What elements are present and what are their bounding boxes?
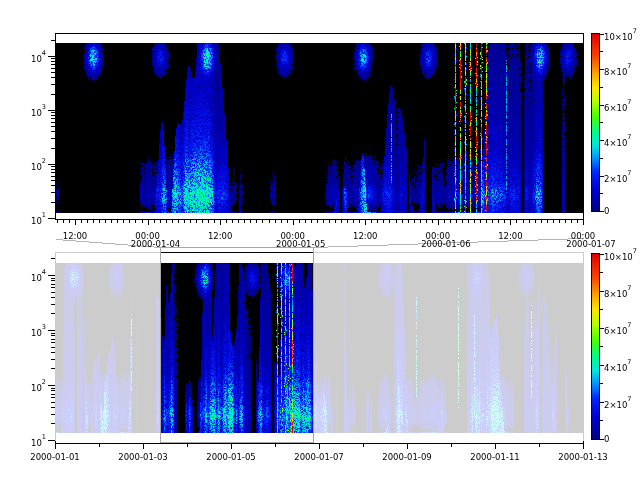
y-minor-tick [51,169,55,170]
y-minor-tick [51,94,55,95]
x-minor-tick [184,220,185,223]
colorbar-minor-tick [600,309,603,310]
x-minor-tick [341,220,342,223]
x-minor-tick [553,220,554,223]
x-major-tick [583,220,584,225]
y-tick-label: 103 [14,105,46,118]
x-minor-tick [541,220,542,223]
x-minor-tick [535,220,536,223]
x-major-tick [510,220,511,225]
x-minor-tick [462,220,463,223]
y-minor-tick [51,402,55,403]
y-minor-tick [51,202,55,203]
x-tick-label: 2000-01-13 [558,452,607,462]
y-minor-tick [51,64,55,65]
x-minor-tick [504,220,505,223]
y-minor-tick [51,122,55,123]
colorbar-minor-tick [600,420,603,421]
y-minor-tick [51,368,55,369]
x-tick-label: 2000-01-11 [470,452,519,462]
y-tick-label: 102 [14,380,46,393]
y-minor-tick [51,407,55,408]
selection-rect[interactable] [161,248,314,443]
y-tick-label: 104 [14,270,46,283]
y-minor-tick [51,284,55,285]
y-minor-tick [51,347,55,348]
y-minor-tick [51,192,55,193]
x-tick-label: 2000-01-07 [294,452,343,462]
colorbar-minor-tick [600,87,603,88]
x-minor-tick [105,220,106,223]
x-minor-tick [117,220,118,223]
x-minor-tick [363,444,364,447]
y-minor-tick [51,297,55,298]
y-minor-tick [51,304,55,305]
y-minor-tick [51,342,55,343]
y-major-tick [48,218,55,219]
y-minor-tick [51,148,55,149]
y-minor-tick [51,185,55,186]
x-minor-tick [396,220,397,223]
colorbar-minor-tick [600,193,603,194]
y-minor-tick [51,68,55,69]
x-minor-tick [450,220,451,223]
y-minor-tick [51,77,55,78]
colorbar-tick-label: 0 [604,434,609,444]
x-minor-tick [262,220,263,223]
y-minor-tick [51,333,55,334]
x-minor-tick [196,220,197,223]
colorbar-minor-tick [600,272,603,273]
colorbar-tick-label: 6×107 [604,100,632,113]
x-minor-tick [432,220,433,223]
y-minor-tick [51,58,55,59]
x-tick-label: 2000-01-01 [30,452,79,462]
y-minor-tick [51,280,55,281]
x-minor-tick [190,220,191,223]
y-minor-tick [51,172,55,173]
x-minor-tick [275,220,276,223]
x-minor-tick [214,220,215,223]
x-minor-tick [347,220,348,223]
x-minor-tick [269,220,270,223]
x-minor-tick [468,220,469,223]
spectrogram-figure: 10110210310410110210310412:0000:0012:000… [0,0,640,480]
y-tick-label: 104 [14,51,46,64]
x-major-tick [365,220,366,225]
colorbar-minor-tick [600,158,603,159]
x-minor-tick [275,444,276,447]
x-minor-tick [299,220,300,223]
x-date-label: 2000-01-05 [276,239,325,249]
x-minor-tick [547,220,548,223]
y-minor-tick [51,292,55,293]
x-minor-tick [142,220,143,223]
x-minor-tick [256,220,257,223]
x-minor-tick [123,220,124,223]
y-minor-tick [51,84,55,85]
y-major-tick [48,330,55,331]
x-minor-tick [311,220,312,223]
x-minor-tick [523,220,524,223]
y-tick-label: 101 [14,435,46,448]
x-minor-tick [389,220,390,223]
colorbar-tick-label: 10×107 [604,249,637,262]
x-minor-tick [329,220,330,223]
x-minor-tick [577,220,578,223]
x-minor-tick [250,220,251,223]
x-minor-tick [166,220,167,223]
x-major-tick [220,220,221,225]
colorbar-tick-label: 4×107 [604,360,632,373]
colorbar-tick-label: 4×107 [604,135,632,148]
y-minor-tick [51,176,55,177]
x-minor-tick [480,220,481,223]
x-minor-tick [317,220,318,223]
x-minor-tick [402,220,403,223]
x-minor-tick [498,220,499,223]
x-minor-tick [111,220,112,223]
x-minor-tick [335,220,336,223]
y-minor-tick [51,339,55,340]
x-minor-tick [359,220,360,223]
x-major-tick [55,444,56,449]
y-minor-tick [51,394,55,395]
y-minor-tick [51,352,55,353]
y-minor-tick [51,72,55,73]
